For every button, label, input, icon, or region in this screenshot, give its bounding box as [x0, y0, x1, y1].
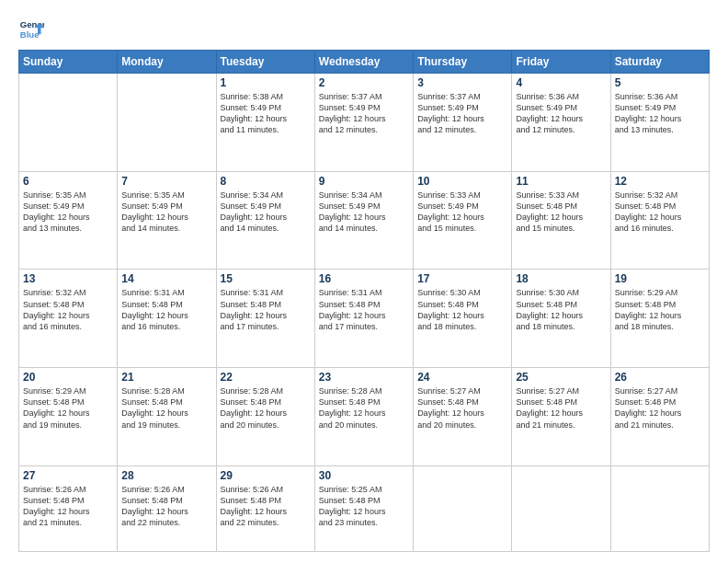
weekday-header-tuesday: Tuesday	[216, 51, 314, 74]
day-info: Sunrise: 5:32 AM Sunset: 5:48 PM Dayligh…	[615, 190, 705, 235]
weekday-header-thursday: Thursday	[414, 51, 512, 74]
svg-text:Blue: Blue	[20, 29, 40, 40]
day-number: 4	[516, 76, 606, 89]
day-number: 30	[319, 469, 409, 482]
day-info: Sunrise: 5:32 AM Sunset: 5:48 PM Dayligh…	[23, 287, 113, 332]
day-info: Sunrise: 5:33 AM Sunset: 5:48 PM Dayligh…	[516, 190, 606, 235]
calendar-cell	[19, 74, 118, 172]
calendar-week-row: 20Sunrise: 5:29 AM Sunset: 5:48 PM Dayli…	[19, 368, 710, 466]
calendar-cell: 18Sunrise: 5:30 AM Sunset: 5:48 PM Dayli…	[512, 270, 610, 368]
calendar-cell: 2Sunrise: 5:37 AM Sunset: 5:49 PM Daylig…	[314, 74, 413, 172]
day-number: 13	[23, 272, 113, 285]
day-info: Sunrise: 5:30 AM Sunset: 5:48 PM Dayligh…	[516, 287, 606, 332]
day-number: 2	[319, 76, 409, 89]
calendar-cell: 3Sunrise: 5:37 AM Sunset: 5:49 PM Daylig…	[414, 74, 512, 172]
day-number: 7	[121, 175, 211, 188]
day-info: Sunrise: 5:25 AM Sunset: 5:48 PM Dayligh…	[319, 484, 409, 529]
calendar-cell: 11Sunrise: 5:33 AM Sunset: 5:48 PM Dayli…	[512, 171, 610, 270]
calendar-cell: 7Sunrise: 5:35 AM Sunset: 5:49 PM Daylig…	[118, 171, 216, 270]
day-number: 1	[221, 76, 311, 89]
day-number: 11	[516, 175, 606, 188]
calendar-cell	[118, 74, 216, 172]
calendar-cell: 30Sunrise: 5:25 AM Sunset: 5:48 PM Dayli…	[314, 465, 413, 551]
calendar-cell: 15Sunrise: 5:31 AM Sunset: 5:48 PM Dayli…	[216, 270, 314, 368]
calendar-cell: 12Sunrise: 5:32 AM Sunset: 5:48 PM Dayli…	[610, 171, 709, 270]
calendar-week-row: 13Sunrise: 5:32 AM Sunset: 5:48 PM Dayli…	[19, 270, 710, 368]
calendar-cell: 27Sunrise: 5:26 AM Sunset: 5:48 PM Dayli…	[19, 465, 118, 551]
calendar-cell: 25Sunrise: 5:27 AM Sunset: 5:48 PM Dayli…	[512, 368, 610, 466]
weekday-header-monday: Monday	[118, 51, 216, 74]
calendar-cell: 29Sunrise: 5:26 AM Sunset: 5:48 PM Dayli…	[216, 465, 314, 551]
calendar-cell: 26Sunrise: 5:27 AM Sunset: 5:48 PM Dayli…	[610, 368, 709, 466]
day-number: 10	[417, 175, 507, 188]
day-info: Sunrise: 5:31 AM Sunset: 5:48 PM Dayligh…	[319, 287, 409, 332]
calendar-cell	[512, 465, 610, 551]
weekday-header-row: SundayMondayTuesdayWednesdayThursdayFrid…	[19, 51, 710, 74]
calendar-page: General Blue SundayMondayTuesdayWednesda…	[0, 0, 728, 563]
calendar-cell: 17Sunrise: 5:30 AM Sunset: 5:48 PM Dayli…	[414, 270, 512, 368]
calendar-cell	[610, 465, 709, 551]
day-number: 19	[615, 272, 705, 285]
day-info: Sunrise: 5:37 AM Sunset: 5:49 PM Dayligh…	[319, 91, 409, 136]
day-info: Sunrise: 5:31 AM Sunset: 5:48 PM Dayligh…	[221, 287, 311, 332]
calendar-cell: 28Sunrise: 5:26 AM Sunset: 5:48 PM Dayli…	[118, 465, 216, 551]
day-info: Sunrise: 5:28 AM Sunset: 5:48 PM Dayligh…	[121, 385, 211, 431]
calendar-cell: 19Sunrise: 5:29 AM Sunset: 5:48 PM Dayli…	[610, 270, 709, 368]
day-number: 9	[319, 175, 409, 188]
header: General Blue	[18, 17, 710, 42]
day-info: Sunrise: 5:38 AM Sunset: 5:49 PM Dayligh…	[221, 91, 311, 136]
calendar-cell: 4Sunrise: 5:36 AM Sunset: 5:49 PM Daylig…	[512, 74, 610, 172]
day-number: 29	[221, 469, 311, 482]
day-number: 24	[417, 371, 507, 384]
day-number: 23	[319, 371, 409, 384]
day-info: Sunrise: 5:35 AM Sunset: 5:49 PM Dayligh…	[121, 190, 211, 235]
calendar-cell: 22Sunrise: 5:28 AM Sunset: 5:48 PM Dayli…	[216, 368, 314, 466]
weekday-header-sunday: Sunday	[19, 51, 118, 74]
calendar-cell: 9Sunrise: 5:34 AM Sunset: 5:49 PM Daylig…	[314, 171, 413, 270]
calendar-cell: 23Sunrise: 5:28 AM Sunset: 5:48 PM Dayli…	[314, 368, 413, 466]
day-number: 17	[417, 272, 507, 285]
calendar-cell	[414, 465, 512, 551]
day-info: Sunrise: 5:28 AM Sunset: 5:48 PM Dayligh…	[221, 385, 311, 431]
day-info: Sunrise: 5:36 AM Sunset: 5:49 PM Dayligh…	[516, 91, 606, 136]
day-info: Sunrise: 5:34 AM Sunset: 5:49 PM Dayligh…	[221, 190, 311, 235]
day-info: Sunrise: 5:30 AM Sunset: 5:48 PM Dayligh…	[417, 287, 507, 332]
calendar-cell: 6Sunrise: 5:35 AM Sunset: 5:49 PM Daylig…	[19, 171, 118, 270]
day-number: 28	[121, 469, 211, 482]
day-number: 8	[221, 175, 311, 188]
weekday-header-wednesday: Wednesday	[314, 51, 413, 74]
day-number: 26	[615, 371, 705, 384]
day-info: Sunrise: 5:29 AM Sunset: 5:48 PM Dayligh…	[615, 287, 705, 332]
calendar-cell: 16Sunrise: 5:31 AM Sunset: 5:48 PM Dayli…	[314, 270, 413, 368]
day-info: Sunrise: 5:26 AM Sunset: 5:48 PM Dayligh…	[121, 484, 211, 529]
day-number: 22	[221, 371, 311, 384]
day-info: Sunrise: 5:34 AM Sunset: 5:49 PM Dayligh…	[319, 190, 409, 235]
day-info: Sunrise: 5:26 AM Sunset: 5:48 PM Dayligh…	[23, 484, 113, 529]
day-number: 12	[615, 175, 705, 188]
day-info: Sunrise: 5:28 AM Sunset: 5:48 PM Dayligh…	[319, 385, 409, 431]
calendar-cell: 20Sunrise: 5:29 AM Sunset: 5:48 PM Dayli…	[19, 368, 118, 466]
calendar-week-row: 27Sunrise: 5:26 AM Sunset: 5:48 PM Dayli…	[19, 465, 710, 551]
day-number: 27	[23, 469, 113, 482]
day-number: 3	[417, 76, 507, 89]
day-number: 14	[121, 272, 211, 285]
calendar-cell: 1Sunrise: 5:38 AM Sunset: 5:49 PM Daylig…	[216, 74, 314, 172]
day-info: Sunrise: 5:37 AM Sunset: 5:49 PM Dayligh…	[417, 91, 507, 136]
calendar-week-row: 6Sunrise: 5:35 AM Sunset: 5:49 PM Daylig…	[19, 171, 710, 270]
calendar-week-row: 1Sunrise: 5:38 AM Sunset: 5:49 PM Daylig…	[19, 74, 710, 172]
day-number: 20	[23, 371, 113, 384]
calendar-cell: 8Sunrise: 5:34 AM Sunset: 5:49 PM Daylig…	[216, 171, 314, 270]
calendar-cell: 5Sunrise: 5:36 AM Sunset: 5:49 PM Daylig…	[610, 74, 709, 172]
day-info: Sunrise: 5:29 AM Sunset: 5:48 PM Dayligh…	[23, 385, 113, 431]
day-number: 6	[23, 175, 113, 188]
day-number: 18	[516, 272, 606, 285]
day-info: Sunrise: 5:27 AM Sunset: 5:48 PM Dayligh…	[516, 385, 606, 431]
calendar-cell: 14Sunrise: 5:31 AM Sunset: 5:48 PM Dayli…	[118, 270, 216, 368]
calendar-cell: 21Sunrise: 5:28 AM Sunset: 5:48 PM Dayli…	[118, 368, 216, 466]
day-number: 21	[121, 371, 211, 384]
day-info: Sunrise: 5:36 AM Sunset: 5:49 PM Dayligh…	[615, 91, 705, 136]
day-info: Sunrise: 5:31 AM Sunset: 5:48 PM Dayligh…	[121, 287, 211, 332]
weekday-header-friday: Friday	[512, 51, 610, 74]
calendar-table: SundayMondayTuesdayWednesdayThursdayFrid…	[18, 50, 710, 552]
day-number: 15	[221, 272, 311, 285]
